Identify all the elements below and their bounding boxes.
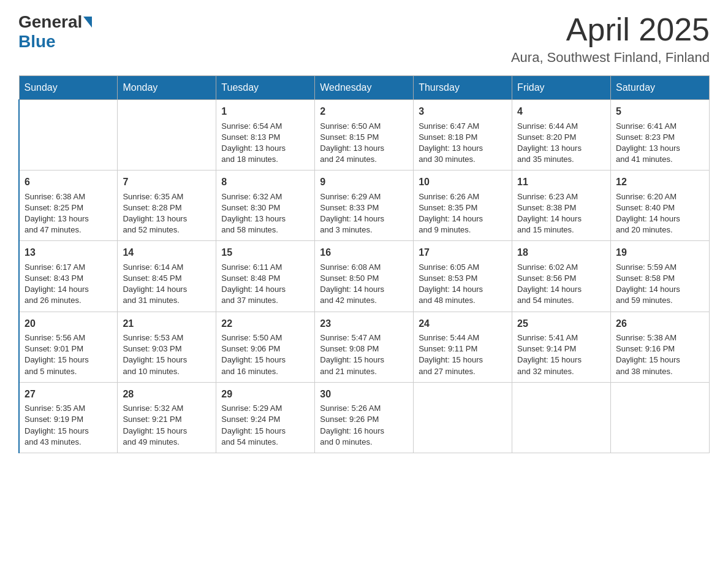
day-number: 21 [123, 317, 211, 331]
calendar-cell: 2Sunrise: 6:50 AM Sunset: 8:15 PM Daylig… [315, 100, 414, 170]
day-number: 11 [517, 175, 605, 189]
calendar-cell [512, 382, 611, 453]
calendar-header-tuesday: Tuesday [216, 76, 315, 100]
day-info: Sunrise: 5:53 AM Sunset: 9:03 PM Dayligh… [123, 332, 211, 377]
calendar-cell: 25Sunrise: 5:41 AM Sunset: 9:14 PM Dayli… [512, 312, 611, 382]
day-info: Sunrise: 6:44 AM Sunset: 8:20 PM Dayligh… [517, 121, 605, 166]
calendar-header-thursday: Thursday [414, 76, 512, 100]
day-info: Sunrise: 5:41 AM Sunset: 9:14 PM Dayligh… [517, 332, 605, 377]
calendar-cell: 7Sunrise: 6:35 AM Sunset: 8:28 PM Daylig… [118, 170, 216, 241]
calendar-cell [118, 100, 216, 170]
calendar-week-row: 20Sunrise: 5:56 AM Sunset: 9:01 PM Dayli… [19, 312, 710, 382]
day-number: 13 [25, 246, 112, 259]
calendar-cell: 3Sunrise: 6:47 AM Sunset: 8:18 PM Daylig… [414, 100, 512, 170]
calendar-cell [19, 100, 118, 170]
calendar-cell [611, 382, 710, 453]
day-number: 4 [517, 105, 605, 118]
day-number: 17 [419, 246, 507, 259]
month-title: April 2025 [511, 12, 710, 47]
day-number: 12 [616, 175, 704, 189]
calendar-week-row: 27Sunrise: 5:35 AM Sunset: 9:19 PM Dayli… [19, 382, 710, 453]
day-info: Sunrise: 6:29 AM Sunset: 8:33 PM Dayligh… [320, 191, 408, 236]
day-number: 30 [320, 388, 408, 401]
calendar-cell: 20Sunrise: 5:56 AM Sunset: 9:01 PM Dayli… [19, 312, 118, 382]
calendar-cell: 11Sunrise: 6:23 AM Sunset: 8:38 PM Dayli… [512, 170, 611, 241]
day-number: 29 [221, 388, 309, 401]
day-info: Sunrise: 6:02 AM Sunset: 8:56 PM Dayligh… [517, 262, 605, 307]
day-number: 10 [419, 175, 507, 189]
calendar-cell: 17Sunrise: 6:05 AM Sunset: 8:53 PM Dayli… [414, 241, 512, 312]
calendar-cell: 22Sunrise: 5:50 AM Sunset: 9:06 PM Dayli… [216, 312, 315, 382]
calendar-cell: 30Sunrise: 5:26 AM Sunset: 9:26 PM Dayli… [315, 382, 414, 453]
calendar-cell: 1Sunrise: 6:54 AM Sunset: 8:13 PM Daylig… [216, 100, 315, 170]
day-number: 26 [616, 317, 704, 331]
day-info: Sunrise: 5:32 AM Sunset: 9:21 PM Dayligh… [123, 403, 211, 448]
title-block: April 2025 Aura, Southwest Finland, Finl… [511, 12, 710, 66]
day-number: 7 [123, 175, 211, 189]
day-info: Sunrise: 5:26 AM Sunset: 9:26 PM Dayligh… [320, 403, 408, 448]
calendar-cell [414, 382, 512, 453]
calendar-cell: 10Sunrise: 6:26 AM Sunset: 8:35 PM Dayli… [414, 170, 512, 241]
day-number: 27 [25, 388, 112, 401]
calendar-cell: 28Sunrise: 5:32 AM Sunset: 9:21 PM Dayli… [118, 382, 216, 453]
day-info: Sunrise: 6:26 AM Sunset: 8:35 PM Dayligh… [419, 191, 507, 236]
day-info: Sunrise: 6:54 AM Sunset: 8:13 PM Dayligh… [221, 121, 309, 166]
page-header: General Blue April 2025 Aura, Southwest … [18, 12, 710, 66]
calendar-header-wednesday: Wednesday [315, 76, 414, 100]
day-number: 24 [419, 317, 507, 331]
day-number: 28 [123, 388, 211, 401]
calendar-week-row: 13Sunrise: 6:17 AM Sunset: 8:43 PM Dayli… [19, 241, 710, 312]
day-info: Sunrise: 6:38 AM Sunset: 8:25 PM Dayligh… [25, 191, 112, 236]
day-info: Sunrise: 5:47 AM Sunset: 9:08 PM Dayligh… [320, 332, 408, 377]
calendar-cell: 26Sunrise: 5:38 AM Sunset: 9:16 PM Dayli… [611, 312, 710, 382]
logo: General Blue [18, 12, 93, 52]
day-number: 5 [616, 105, 704, 118]
day-number: 2 [320, 105, 408, 118]
calendar-cell: 12Sunrise: 6:20 AM Sunset: 8:40 PM Dayli… [611, 170, 710, 241]
day-info: Sunrise: 6:47 AM Sunset: 8:18 PM Dayligh… [419, 121, 507, 166]
day-info: Sunrise: 6:35 AM Sunset: 8:28 PM Dayligh… [123, 191, 211, 236]
day-info: Sunrise: 6:41 AM Sunset: 8:23 PM Dayligh… [616, 121, 704, 166]
calendar-week-row: 1Sunrise: 6:54 AM Sunset: 8:13 PM Daylig… [19, 100, 710, 170]
day-number: 16 [320, 246, 408, 259]
day-info: Sunrise: 6:17 AM Sunset: 8:43 PM Dayligh… [25, 262, 112, 307]
calendar-cell: 15Sunrise: 6:11 AM Sunset: 8:48 PM Dayli… [216, 241, 315, 312]
calendar-cell: 6Sunrise: 6:38 AM Sunset: 8:25 PM Daylig… [19, 170, 118, 241]
day-number: 14 [123, 246, 211, 259]
day-info: Sunrise: 6:08 AM Sunset: 8:50 PM Dayligh… [320, 262, 408, 307]
day-info: Sunrise: 5:35 AM Sunset: 9:19 PM Dayligh… [25, 403, 112, 448]
day-info: Sunrise: 6:14 AM Sunset: 8:45 PM Dayligh… [123, 262, 211, 307]
calendar-cell: 4Sunrise: 6:44 AM Sunset: 8:20 PM Daylig… [512, 100, 611, 170]
day-info: Sunrise: 5:59 AM Sunset: 8:58 PM Dayligh… [616, 262, 704, 307]
calendar-cell: 5Sunrise: 6:41 AM Sunset: 8:23 PM Daylig… [611, 100, 710, 170]
calendar-header-row: SundayMondayTuesdayWednesdayThursdayFrid… [19, 76, 710, 100]
day-info: Sunrise: 6:20 AM Sunset: 8:40 PM Dayligh… [616, 191, 704, 236]
calendar-week-row: 6Sunrise: 6:38 AM Sunset: 8:25 PM Daylig… [19, 170, 710, 241]
day-number: 1 [221, 105, 309, 118]
day-number: 15 [221, 246, 309, 259]
day-info: Sunrise: 5:56 AM Sunset: 9:01 PM Dayligh… [25, 332, 112, 377]
calendar-cell: 21Sunrise: 5:53 AM Sunset: 9:03 PM Dayli… [118, 312, 216, 382]
calendar-header-friday: Friday [512, 76, 611, 100]
calendar-header-sunday: Sunday [19, 76, 118, 100]
day-info: Sunrise: 6:50 AM Sunset: 8:15 PM Dayligh… [320, 121, 408, 166]
day-info: Sunrise: 5:38 AM Sunset: 9:16 PM Dayligh… [616, 332, 704, 377]
calendar-table: SundayMondayTuesdayWednesdayThursdayFrid… [18, 75, 710, 453]
logo-blue-text: Blue [18, 32, 56, 52]
day-number: 20 [25, 317, 112, 331]
day-number: 19 [616, 246, 704, 259]
logo-general-text: General [18, 12, 82, 32]
calendar-cell: 27Sunrise: 5:35 AM Sunset: 9:19 PM Dayli… [19, 382, 118, 453]
day-number: 23 [320, 317, 408, 331]
calendar-cell: 16Sunrise: 6:08 AM Sunset: 8:50 PM Dayli… [315, 241, 414, 312]
day-info: Sunrise: 6:32 AM Sunset: 8:30 PM Dayligh… [221, 191, 309, 236]
calendar-cell: 14Sunrise: 6:14 AM Sunset: 8:45 PM Dayli… [118, 241, 216, 312]
calendar-cell: 9Sunrise: 6:29 AM Sunset: 8:33 PM Daylig… [315, 170, 414, 241]
day-number: 22 [221, 317, 309, 331]
day-info: Sunrise: 6:05 AM Sunset: 8:53 PM Dayligh… [419, 262, 507, 307]
day-info: Sunrise: 5:50 AM Sunset: 9:06 PM Dayligh… [221, 332, 309, 377]
calendar-header-saturday: Saturday [611, 76, 710, 100]
calendar-cell: 24Sunrise: 5:44 AM Sunset: 9:11 PM Dayli… [414, 312, 512, 382]
calendar-cell: 29Sunrise: 5:29 AM Sunset: 9:24 PM Dayli… [216, 382, 315, 453]
day-info: Sunrise: 5:29 AM Sunset: 9:24 PM Dayligh… [221, 403, 309, 448]
